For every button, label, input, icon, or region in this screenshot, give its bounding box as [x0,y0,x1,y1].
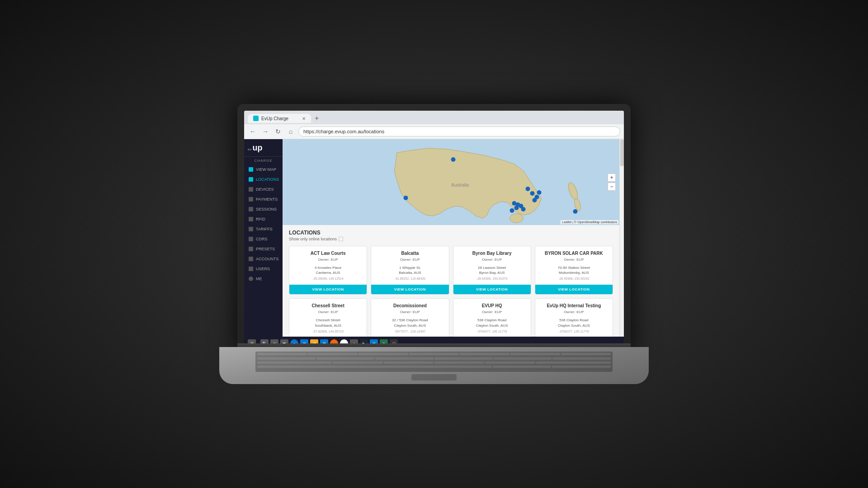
card-owner: Owner: EUP [294,258,362,262]
tab-close-button[interactable]: ✕ [302,116,306,121]
map-controls: + − [608,174,616,191]
cdrs-icon [249,237,253,241]
map-container[interactable]: Australia [283,139,619,225]
card-address: 4 Knowles Place Canberra, AUS [294,265,362,275]
charge-label: CHARGE [244,157,283,164]
zoom-out-button[interactable]: − [608,183,616,191]
card-address: 536 Clayton Road Clayton South, AUS [540,318,608,328]
sidebar-item-sessions[interactable]: SESSIONS [244,204,283,214]
locations-section: LOCATIONS Show only online locations [283,225,619,337]
location-grid-row1: ACT Law Courts Owner: EUP 4 Knowles Plac… [289,246,613,295]
new-tab-button[interactable]: + [311,113,322,124]
active-tab[interactable]: EvUp Charge ✕ [248,114,311,123]
keyboard [255,352,613,372]
presets-icon [249,247,253,251]
sidebar-item-rfid[interactable]: RFID [244,214,283,224]
card-owner: Owner: EUP [540,310,608,314]
card-owner: Owner: EUP [458,258,526,262]
svg-point-5 [451,157,456,162]
main-content: Australia [283,139,619,337]
tab-bar: EvUp Charge ✕ + [244,111,624,124]
card-address: Chessell Street Southbank, AUS [294,318,362,328]
map-attribution: Leaflet | © OpenStreetMap contributors [561,220,618,224]
card-body: EVUP HQ Owner: EUP 536 Clayton Road Clay… [453,299,531,337]
sidebar-item-me[interactable]: ME [244,274,283,284]
sidebar-item-tariffs[interactable]: TARIFFS [244,224,283,234]
card-owner: Owner: EUP [540,258,608,262]
location-grid-row2: Chessell Street Owner: EUP Chessell Stre… [289,298,613,337]
svg-point-6 [404,196,408,200]
locations-icon [249,177,253,182]
browser-chrome: EvUp Charge ✕ + ← → ↻ ⌂ [244,111,624,139]
card-body: Chessell Street Owner: EUP Chessell Stre… [289,299,367,337]
view-location-button[interactable]: VIEW LOCATION [453,285,531,294]
card-body: BYRON SOLAR CAR PARK Owner: EUP 70-90 St… [535,246,613,285]
card-address: 70-90 Station Street Mullumbimby, AUS [540,265,608,275]
browser-controls: ← → ↻ ⌂ [244,124,624,139]
card-body: EvUp HQ Internal Testing Owner: EUP 536 … [535,299,613,337]
card-owner: Owner: EUP [376,310,444,314]
card-title: Decomissioned [376,303,444,308]
card-owner: Owner: EUP [376,258,444,262]
svg-point-1 [510,214,524,223]
laptop-body [219,347,649,384]
location-card-byron: Byron Bay Library Owner: EUP 28 Lawson S… [453,246,531,295]
view-location-button[interactable]: VIEW LOCATION [535,285,613,294]
devices-icon [249,187,253,192]
card-coords: -37.82906, 144.95719 [294,330,362,333]
card-address: 1 Whipple St, Balcatta, AUS [376,265,444,275]
logo-ev: ev [248,148,251,151]
sidebar-item-cdrs[interactable]: CDRS [244,234,283,244]
logo-area: ev up [244,139,283,157]
card-body: ACT Law Courts Owner: EUP 4 Knowles Plac… [289,246,367,285]
svg-point-10 [535,195,539,199]
map-icon [249,167,253,172]
location-card-balcatta: Balcatta Owner: EUP 1 Whipple St, Balcat… [371,246,449,295]
app-container: ev up CHARGE VIEW MAP LOCATIONS [244,139,624,337]
location-card-evup-hq: EVUP HQ Owner: EUP 536 Clayton Road Clay… [453,298,531,337]
home-button[interactable]: ⌂ [286,127,296,136]
card-title: EvUp HQ Internal Testing [540,303,608,308]
screen: EvUp Charge ✕ + ← → ↻ ⌂ [244,111,624,350]
sidebar-item-devices[interactable]: DEVICES [244,184,283,194]
card-coords: -28.64306, 153.61570 [458,277,526,280]
zoom-in-button[interactable]: + [608,174,616,182]
sidebar-item-viewmap[interactable]: VIEW MAP [244,164,283,174]
card-address: 536 Clayton Road Clayton South, AUS [458,318,526,328]
sidebar-item-users[interactable]: USERS [244,264,283,274]
card-title: Chessell Street [294,303,362,308]
card-coords: -28.55488, 153.50242 [540,277,608,280]
card-body: Byron Bay Library Owner: EUP 28 Lawson S… [453,246,531,285]
view-location-button[interactable]: VIEW LOCATION [371,285,448,294]
tab-favicon [253,116,259,121]
online-only-checkbox[interactable] [339,237,343,241]
tab-label: EvUp Charge [261,116,288,121]
sessions-icon [249,207,253,211]
svg-point-7 [526,187,530,191]
tariffs-icon [249,227,253,231]
laptop-base [219,343,649,384]
accounts-icon [249,257,253,261]
sidebar-item-locations[interactable]: LOCATIONS [244,174,283,184]
svg-point-14 [521,207,526,211]
scrollbar[interactable] [619,139,624,337]
svg-point-15 [510,208,514,213]
section-subtitle: Show only online locations [289,237,613,241]
card-coords: -35.28048, 149.12514 [294,277,362,280]
sidebar-item-accounts[interactable]: ACCOUNTS [244,254,283,264]
view-location-button[interactable]: VIEW LOCATION [289,285,367,294]
refresh-button[interactable]: ↻ [273,127,283,136]
sidebar-item-payments[interactable]: PAYMENTS [244,194,283,204]
trackpad [411,374,457,380]
back-button[interactable]: ← [248,127,258,136]
logo-up: up [252,144,262,152]
users-icon [249,267,253,271]
svg-point-18 [573,209,578,214]
address-bar[interactable] [298,127,620,136]
svg-text:Australia: Australia [451,183,469,188]
location-card-decomissioned: Decomissioned Owner: EUP 32 / 536 Clayto… [371,298,449,337]
svg-point-17 [537,190,542,195]
forward-button[interactable]: → [260,127,270,136]
location-card-byron-solar: BYRON SOLAR CAR PARK Owner: EUP 70-90 St… [535,246,613,295]
sidebar-item-presets[interactable]: PRESETS [244,244,283,254]
